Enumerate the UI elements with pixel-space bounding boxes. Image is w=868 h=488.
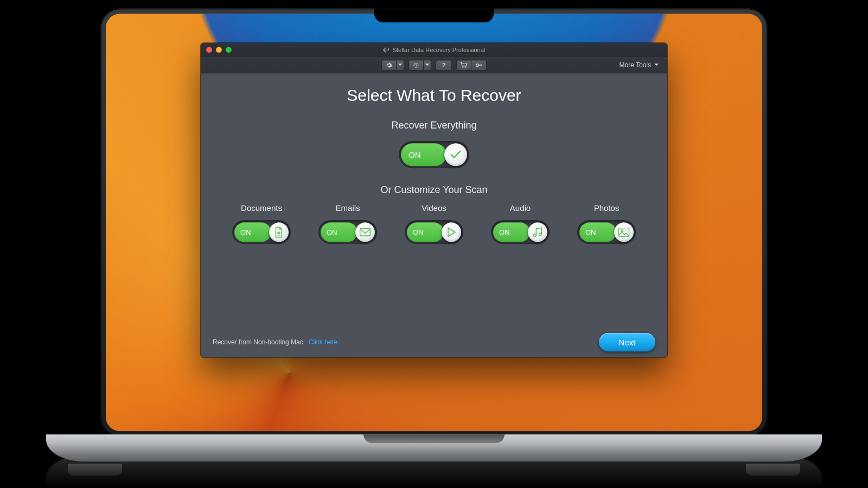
category-label: Photos — [594, 203, 620, 213]
desktop-wallpaper: Stellar Data Recovery Professional — [106, 14, 762, 431]
screen-bezel: Stellar Data Recovery Professional — [100, 8, 768, 436]
key-icon — [475, 62, 483, 68]
more-tools-label: More Tools — [620, 61, 651, 69]
photos-toggle[interactable]: ON — [577, 220, 636, 244]
window-title: Stellar Data Recovery Professional — [383, 47, 486, 53]
category-label: Documents — [241, 203, 282, 213]
customize-scan-label: Or Customize Your Scan — [380, 184, 487, 196]
history-dropdown[interactable] — [424, 60, 431, 70]
toggle-knob — [614, 222, 634, 242]
close-button[interactable] — [206, 47, 212, 53]
notch — [374, 8, 494, 22]
svg-point-0 — [462, 67, 463, 68]
toggle-knob — [355, 222, 375, 242]
svg-rect-3 — [360, 229, 371, 236]
document-icon — [273, 226, 284, 238]
chevron-down-icon — [398, 63, 402, 66]
help-button[interactable]: ? — [436, 60, 452, 70]
window-controls — [206, 47, 232, 53]
music-icon — [532, 226, 543, 238]
category-label: Audio — [510, 203, 531, 213]
toggle-state-label: ON — [240, 228, 251, 236]
nonboot-link[interactable]: Click here — [309, 338, 337, 346]
chevron-down-icon — [654, 63, 659, 66]
toggle-knob — [442, 222, 461, 242]
recover-everything-toggle[interactable]: ON — [399, 141, 469, 168]
history-icon — [413, 62, 419, 68]
documents-toggle[interactable]: ON — [232, 220, 291, 244]
cart-icon — [460, 62, 468, 68]
recover-everything-label: Recover Everything — [391, 120, 476, 131]
back-arrow-icon[interactable] — [383, 47, 390, 53]
next-button-label: Next — [619, 338, 636, 347]
check-icon — [450, 150, 462, 159]
chevron-down-icon — [425, 63, 429, 66]
nonboot-label: Recover from Non-booting Mac — [213, 338, 303, 346]
play-icon — [446, 227, 456, 237]
more-tools-dropdown[interactable]: More Tools — [620, 61, 659, 69]
toggle-knob — [528, 222, 547, 242]
svg-point-1 — [465, 67, 467, 68]
laptop-reflection — [46, 455, 822, 488]
category-label: Emails — [335, 203, 360, 213]
settings-dropdown[interactable] — [397, 60, 404, 70]
toolbar: ? More Tools — [201, 57, 667, 73]
app-window: Stellar Data Recovery Professional — [201, 43, 667, 357]
category-label: Videos — [422, 203, 446, 213]
toggle-knob — [444, 143, 467, 166]
svg-point-7 — [621, 230, 623, 232]
minimize-button[interactable] — [216, 47, 222, 53]
svg-point-4 — [534, 234, 537, 236]
laptop-frame: Stellar Data Recovery Professional — [100, 8, 768, 461]
svg-point-2 — [476, 63, 478, 66]
footer: Recover from Non-booting Mac Click here … — [201, 327, 667, 357]
titlebar: Stellar Data Recovery Professional — [201, 43, 667, 57]
audio-toggle[interactable]: ON — [491, 220, 550, 244]
videos-toggle[interactable]: ON — [405, 220, 463, 244]
gear-icon — [386, 62, 392, 68]
toggle-state-label: ON — [327, 228, 337, 236]
mail-icon — [359, 228, 371, 236]
main-content: Select What To Recover Recover Everythin… — [201, 73, 667, 327]
toggle-state-label: ON — [585, 228, 596, 236]
category-photos: Photos ON — [565, 203, 648, 244]
zoom-button[interactable] — [226, 47, 232, 53]
image-icon — [618, 227, 630, 237]
category-videos: Videos ON — [393, 203, 475, 244]
category-documents: Documents ON — [220, 203, 303, 244]
emails-toggle[interactable]: ON — [318, 220, 377, 244]
next-button[interactable]: Next — [599, 333, 655, 351]
category-row: Documents ON Emails ON — [217, 203, 651, 244]
history-button[interactable] — [409, 60, 424, 70]
toggle-state-label: ON — [413, 228, 424, 236]
category-audio: Audio ON — [479, 203, 561, 244]
buy-button[interactable] — [456, 60, 471, 70]
svg-point-5 — [539, 233, 542, 236]
category-emails: Emails ON — [307, 203, 389, 244]
activate-button[interactable] — [471, 60, 487, 70]
window-title-text: Stellar Data Recovery Professional — [393, 47, 486, 53]
toggle-state-label: ON — [409, 150, 421, 159]
page-title: Select What To Recover — [347, 86, 521, 105]
toggle-state-label: ON — [499, 228, 510, 236]
toggle-knob — [269, 222, 289, 242]
settings-button[interactable] — [381, 60, 397, 70]
